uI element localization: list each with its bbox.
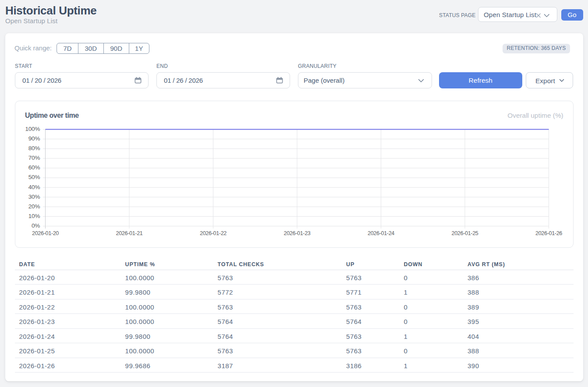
svg-text:2026-01-20: 2026-01-20 <box>32 230 59 236</box>
svg-text:2026-01-24: 2026-01-24 <box>368 230 394 236</box>
svg-text:2026-01-21: 2026-01-21 <box>116 230 143 236</box>
svg-text:90%: 90% <box>28 135 40 142</box>
svg-text:2026-01-22: 2026-01-22 <box>200 230 227 236</box>
svg-text:2026-01-25: 2026-01-25 <box>452 230 478 236</box>
svg-text:30%: 30% <box>28 194 40 200</box>
svg-text:2026-01-23: 2026-01-23 <box>284 230 311 236</box>
svg-text:60%: 60% <box>28 164 40 171</box>
svg-text:50%: 50% <box>28 174 40 180</box>
svg-text:40%: 40% <box>28 184 40 190</box>
svg-text:70%: 70% <box>28 155 40 161</box>
svg-text:80%: 80% <box>28 145 40 151</box>
svg-text:100%: 100% <box>25 126 40 132</box>
svg-text:0%: 0% <box>32 222 40 229</box>
svg-text:20%: 20% <box>28 203 40 210</box>
svg-text:10%: 10% <box>28 213 40 219</box>
svg-text:2026-01-26: 2026-01-26 <box>535 230 562 236</box>
